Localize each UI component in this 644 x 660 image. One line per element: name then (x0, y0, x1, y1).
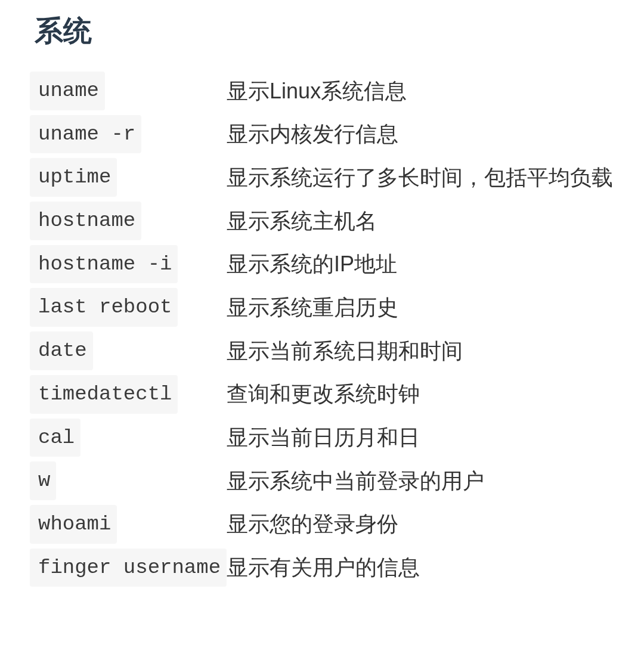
command-code: date (30, 331, 93, 370)
table-row: timedatectl查询和更改系统时钟 (30, 375, 614, 414)
table-row: last reboot显示系统重启历史 (30, 288, 614, 327)
description-cell: 显示您的登录身份 (227, 505, 614, 544)
command-code: whoami (30, 505, 117, 544)
table-row: cal显示当前日历月和日 (30, 419, 614, 457)
command-cell: uname (30, 72, 227, 110)
description-cell: 显示内核发行信息 (227, 115, 614, 154)
command-table: uname显示Linux系统信息uname -r显示内核发行信息uptime显示… (30, 67, 614, 591)
description-cell: 显示系统重启历史 (227, 288, 614, 327)
table-row: w显示系统中当前登录的用户 (30, 461, 614, 500)
table-row: hostname显示系统主机名 (30, 202, 614, 240)
command-code: last reboot (30, 288, 178, 327)
description-cell: 显示系统运行了多长时间，包括平均负载 (227, 158, 614, 197)
description-cell: 显示当前日历月和日 (227, 419, 614, 457)
command-code: finger username (30, 549, 227, 587)
command-code: uname (30, 72, 105, 110)
description-cell: 显示系统主机名 (227, 202, 614, 240)
description-cell: 查询和更改系统时钟 (227, 375, 614, 414)
table-row: uname -r显示内核发行信息 (30, 115, 614, 154)
command-code: hostname -i (30, 245, 178, 284)
description-cell: 显示系统的IP地址 (227, 245, 614, 284)
command-cell: uptime (30, 158, 227, 197)
command-code: uptime (30, 158, 117, 197)
command-cell: date (30, 331, 227, 370)
table-row: whoami显示您的登录身份 (30, 505, 614, 544)
command-cell: w (30, 461, 227, 500)
table-row: hostname -i显示系统的IP地址 (30, 245, 614, 284)
section-title: 系统 (35, 12, 614, 50)
command-cell: whoami (30, 505, 227, 544)
command-code: cal (30, 419, 80, 457)
table-row: uptime显示系统运行了多长时间，包括平均负载 (30, 158, 614, 197)
description-cell: 显示当前系统日期和时间 (227, 331, 614, 370)
description-cell: 显示系统中当前登录的用户 (227, 461, 614, 500)
table-row: uname显示Linux系统信息 (30, 72, 614, 110)
command-code: w (30, 461, 56, 500)
command-cell: hostname (30, 202, 227, 240)
command-code: uname -r (30, 115, 141, 154)
command-cell: last reboot (30, 288, 227, 327)
command-cell: timedatectl (30, 375, 227, 414)
command-cell: finger username (30, 549, 227, 587)
command-code: hostname (30, 202, 141, 240)
table-row: finger username显示有关用户的信息 (30, 549, 614, 587)
command-cell: uname -r (30, 115, 227, 154)
table-row: date显示当前系统日期和时间 (30, 331, 614, 370)
command-cell: cal (30, 419, 227, 457)
command-cell: hostname -i (30, 245, 227, 284)
description-cell: 显示Linux系统信息 (227, 72, 614, 110)
description-cell: 显示有关用户的信息 (227, 549, 614, 587)
command-code: timedatectl (30, 375, 178, 414)
